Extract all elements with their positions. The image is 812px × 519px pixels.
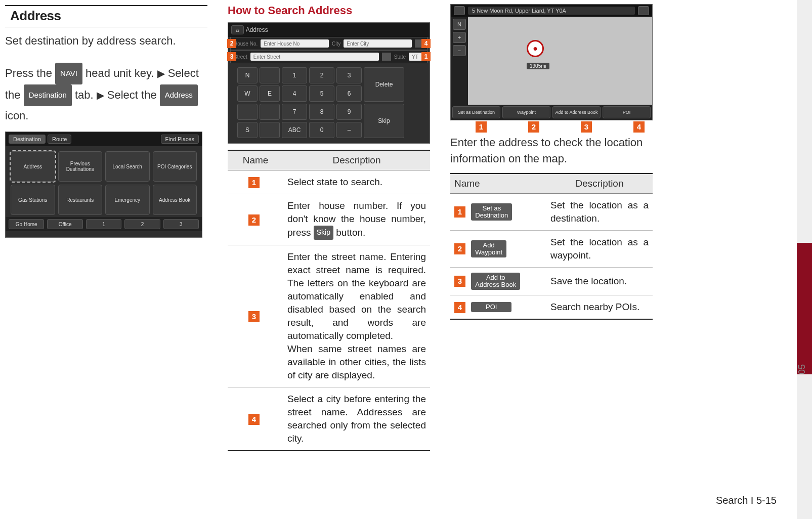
side-tab-label: 05 <box>797 364 812 379</box>
row-num: 4 <box>248 414 260 425</box>
shot2-house-label: House No. <box>234 41 258 47</box>
key: 4 <box>282 85 307 102</box>
shot1-icon: Emergency <box>105 185 150 215</box>
row-desc: Enter the street name. Entering exact st… <box>283 245 430 387</box>
skip-button-ref: Skip <box>314 226 333 240</box>
home-icon <box>454 6 465 15</box>
callout: 4 <box>633 121 645 133</box>
shot1-icon: Address <box>11 151 55 182</box>
shot1-tab: Destination <box>9 135 46 144</box>
shot1-icon: Local Search <box>105 151 150 182</box>
arrow-icon: ▶ <box>157 64 165 83</box>
shot1-bottom-btn: 2 <box>124 219 160 229</box>
step-text: Press the NAVI head unit key. ▶ Select t… <box>5 63 207 125</box>
row-desc: Search nearby POIs. <box>546 295 653 320</box>
shot2-street-drop <box>382 53 391 61</box>
key: ABC <box>282 122 307 138</box>
th-desc: Description <box>546 174 653 194</box>
key-blank <box>237 104 258 120</box>
t: Press the <box>5 67 55 79</box>
key: 3 <box>336 67 362 83</box>
shot3-btn: POI <box>603 106 651 118</box>
key: 5 <box>309 85 334 102</box>
key: 7 <box>282 104 307 120</box>
side-tab-active <box>797 243 812 374</box>
t: head unit key. <box>86 67 157 79</box>
column-1: Address Set destination by address searc… <box>5 4 207 451</box>
shot1-tabbar: Destination Route Find Places <box>6 132 202 146</box>
th-desc: Description <box>283 150 430 170</box>
key: 8 <box>309 104 334 120</box>
shot1-bottom-btn: 1 <box>86 219 121 229</box>
shot3-sidebar: N + − <box>451 17 468 105</box>
key: 9 <box>336 104 362 120</box>
th-name: Name <box>228 150 283 170</box>
table-map-actions: Name Description 1 Set as Destination Se… <box>450 173 653 320</box>
callout-2: 2 <box>227 39 236 48</box>
callout: 1 <box>476 121 487 133</box>
key: E <box>260 85 280 102</box>
address-icon-button: Address <box>160 84 198 106</box>
caption-text: Enter the address to check the location … <box>450 135 653 167</box>
key-blank <box>260 122 280 138</box>
row-num: 2 <box>248 214 260 226</box>
destination-tab-button: Destination <box>24 84 72 106</box>
shot2-row-street-state: Street Enter Street State YT <box>230 50 428 63</box>
zoom-in-icon: + <box>453 32 466 43</box>
row-num: 4 <box>454 302 465 313</box>
shot1-icon: Address Book <box>153 185 197 215</box>
shot2-city-label: City <box>332 41 340 47</box>
shot1-bottom-btn: Go Home <box>9 219 44 229</box>
shot2-state-label: State <box>394 54 406 60</box>
add-waypoint-button: Add Waypoint <box>471 240 506 257</box>
set-as-destination-button: Set as Destination <box>471 203 512 221</box>
row-desc: Select a city before entering the street… <box>283 387 430 451</box>
shot2-street-input: Enter Street <box>250 53 379 61</box>
screenshot-map-confirm: 5 New Moon Rd, Upper Liard, YT Y0A N + −… <box>450 4 653 120</box>
section-rule <box>5 5 207 6</box>
row-desc: Select state to search. <box>283 170 430 194</box>
back-icon <box>638 6 649 15</box>
key: 2 <box>309 67 334 83</box>
row-num: 1 <box>248 177 260 188</box>
page: 05 Address Set destination by address se… <box>0 0 812 519</box>
key-blank <box>260 104 280 120</box>
shot1-icon: Gas Stations <box>11 185 55 215</box>
shot2-title-text: Address <box>246 26 268 33</box>
compass-icon: N <box>453 19 466 30</box>
key-blank <box>260 67 280 83</box>
section-title-how-to: How to Search Address <box>228 4 430 17</box>
callout: 3 <box>581 121 592 133</box>
shot3-map <box>468 17 652 105</box>
add-to-address-book-button: Add to Address Book <box>471 273 520 290</box>
column-2: How to Search Address ⌂ Address House No… <box>228 4 430 451</box>
callout-4: 4 <box>421 39 431 48</box>
arrow-icon: ▶ <box>97 85 104 105</box>
shot2-city-input: Enter City <box>344 39 412 48</box>
key: – <box>336 122 362 138</box>
key-skip: Skip <box>364 104 404 138</box>
row-num: 3 <box>454 276 465 287</box>
page-footer: Search I 5-15 <box>716 495 777 506</box>
shot3-btn: Set as Destination <box>452 106 500 118</box>
shot2-house-input: Enter House No <box>261 39 329 48</box>
navi-key-button: NAVI <box>55 63 82 84</box>
key-delete: Delete <box>364 67 404 102</box>
row-num: 3 <box>248 311 260 322</box>
shot2-title: ⌂ Address <box>228 23 430 37</box>
shot1-bottombar: Go Home Office 1 2 3 <box>6 217 202 231</box>
t: tab. <box>75 89 97 101</box>
shot1-tab: Route <box>48 135 71 144</box>
shot1-icon-grid: Address Previous Destinations Local Sear… <box>6 146 202 217</box>
row-desc: Save the location. <box>546 268 653 295</box>
shot2-back-icon: ⌂ <box>231 25 244 34</box>
t: button. <box>336 227 365 238</box>
table-address-entry: Name Description 1 Select state to searc… <box>228 150 430 451</box>
shot3-topbar: 5 New Moon Rd, Upper Liard, YT Y0A <box>451 5 652 17</box>
callout: 2 <box>528 121 539 133</box>
th-name: Name <box>450 174 546 194</box>
screenshot-destination-menu: Destination Route Find Places Address Pr… <box>5 132 202 238</box>
row-desc: Set the location as a waypoint. <box>546 231 653 268</box>
shot1-tab: Find Places <box>161 135 199 144</box>
callout-3: 3 <box>227 52 236 61</box>
